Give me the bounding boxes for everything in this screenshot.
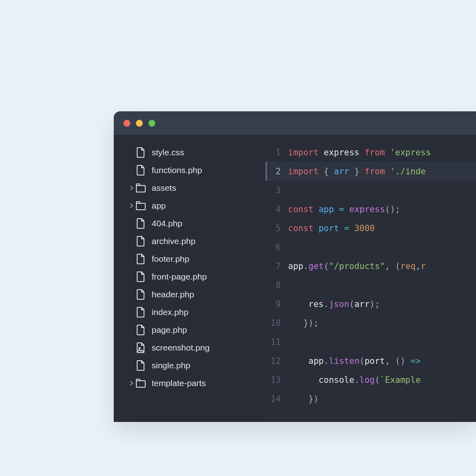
folder-icon [136,379,146,388]
editor-window: style.css functions.php assets [114,111,476,422]
file-item-footer-php[interactable]: footer.php [114,250,265,268]
file-item-header-php[interactable]: header.php [114,286,265,303]
file-label: archive.php [152,236,196,246]
chevron-right-icon[interactable] [127,203,136,209]
line-number: 8 [265,280,288,290]
code-line[interactable]: 8 [265,276,476,294]
file-icon [136,165,146,175]
folder-item-assets[interactable]: assets [114,179,265,197]
window-minimize-button[interactable] [136,120,143,127]
file-icon [136,218,146,229]
code-line[interactable]: 11 [265,332,476,351]
code-line[interactable]: 10 }); [265,313,476,332]
code-content: res.json(arr); [288,299,380,309]
code-line[interactable]: 12 app.listen(port, () => [265,351,476,370]
line-number: 13 [265,375,288,385]
code-content: import { arr } from './inde [288,167,426,176]
code-content: }); [288,318,319,328]
file-label: style.css [152,148,184,157]
code-line[interactable]: 6 [265,238,476,257]
line-number: 6 [265,242,288,252]
file-item-page-php[interactable]: page.php [114,321,265,339]
code-content: }) [288,394,319,404]
file-label: footer.php [152,254,189,264]
titlebar[interactable] [114,111,476,135]
code-content: console.log(`Example [288,375,421,385]
file-item-screenshot-png[interactable]: screenshot.png [114,339,265,357]
line-number: 5 [265,223,288,233]
line-number: 9 [265,299,288,309]
file-item-front-page-php[interactable]: front-page.php [114,268,265,286]
file-item-style-css[interactable]: style.css [114,144,265,161]
code-editor[interactable]: 1 import express from 'express 2 import … [265,135,476,422]
code-line-highlighted[interactable]: 2 import { arr } from './inde [265,162,476,181]
file-label: single.php [152,361,190,370]
code-content: app.get("/products", (req,r [288,261,426,271]
line-number: 2 [265,167,288,176]
line-number: 3 [265,186,288,195]
file-label: front-page.php [152,272,207,282]
code-line[interactable]: 14 }) [265,389,476,408]
file-explorer: style.css functions.php assets [114,135,265,422]
code-line[interactable]: 7 app.get("/products", (req,r [265,257,476,276]
code-line[interactable]: 4 const app = express(); [265,200,476,219]
file-item-index-php[interactable]: index.php [114,303,265,321]
chevron-right-icon[interactable] [127,380,136,386]
folder-label: template-parts [152,378,206,388]
file-icon [136,254,146,264]
file-icon [136,289,146,300]
code-line[interactable]: 9 res.json(arr); [265,294,476,313]
line-number: 11 [265,337,288,347]
line-number: 1 [265,148,288,157]
file-label: header.php [152,290,194,299]
file-item-archive-php[interactable]: archive.php [114,232,265,250]
file-icon [136,271,146,282]
file-icon [136,325,146,335]
code-line[interactable]: 5 const port = 3000 [265,219,476,238]
svg-rect-3 [136,381,145,387]
line-number: 12 [265,356,288,366]
folder-icon [136,184,146,192]
svg-point-2 [139,347,140,349]
file-label: screenshot.png [152,343,210,353]
code-content: import express from 'express [288,148,431,157]
svg-rect-0 [136,186,145,192]
file-icon [136,307,146,317]
code-line[interactable]: 13 console.log(`Example [265,370,476,389]
file-icon [136,236,146,246]
file-label: functions.php [152,165,202,175]
window-maximize-button[interactable] [148,120,155,127]
svg-rect-1 [136,203,145,210]
code-line[interactable]: 1 import express from 'express [265,143,476,162]
window-close-button[interactable] [123,120,130,127]
file-icon [136,147,146,158]
line-number: 14 [265,394,288,404]
panes: style.css functions.php assets [114,135,476,422]
image-icon [136,342,146,353]
line-number: 7 [265,261,288,271]
code-line[interactable]: 3 [265,181,476,200]
file-item-functions-php[interactable]: functions.php [114,161,265,179]
code-content: const port = 3000 [288,223,375,233]
file-label: 404.php [152,219,182,228]
file-label: index.php [152,307,188,317]
folder-label: app [152,201,166,211]
folder-label: assets [152,183,176,193]
folder-item-template-parts[interactable]: template-parts [114,374,265,392]
chevron-right-icon[interactable] [127,185,136,191]
folder-icon [136,201,146,210]
file-label: page.php [152,325,187,335]
code-content: const app = express(); [288,205,400,214]
line-number: 4 [265,205,288,214]
folder-item-app[interactable]: app [114,197,265,215]
line-number: 10 [265,318,288,328]
code-content: app.listen(port, () => [288,356,426,366]
file-icon [136,360,146,371]
file-item-single-php[interactable]: single.php [114,357,265,374]
file-item-404-php[interactable]: 404.php [114,215,265,232]
